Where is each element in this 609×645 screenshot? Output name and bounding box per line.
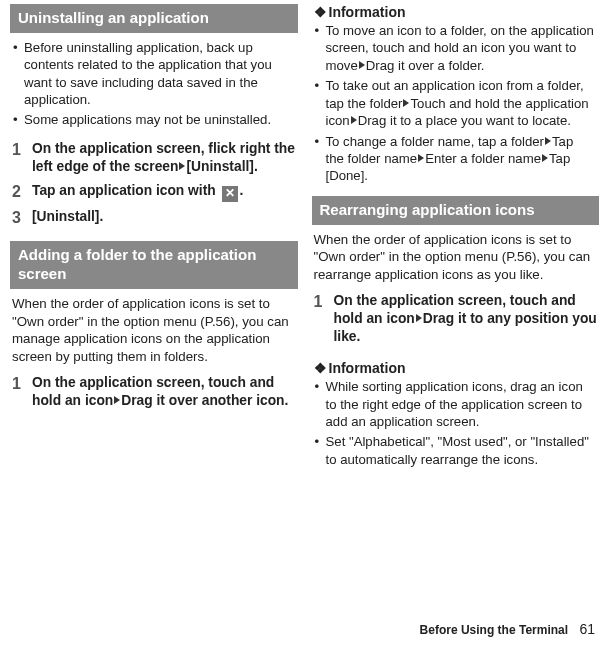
step-item: 3 [Uninstall]. <box>12 208 296 227</box>
right-column: Information To move an icon to a folder,… <box>312 4 600 479</box>
information-heading: Information <box>312 4 600 20</box>
information-list: To move an icon to a folder, on the appl… <box>312 22 600 188</box>
list-item: While sorting application icons, drag an… <box>314 378 596 430</box>
arrow-right-icon <box>114 396 120 404</box>
arrow-right-icon <box>351 116 357 124</box>
arrow-right-icon <box>418 154 424 162</box>
step-item: 1 On the application screen, flick right… <box>12 140 296 176</box>
list-item: To change a folder name, tap a folderTap… <box>314 133 596 185</box>
step-text: [Uninstall]. <box>32 208 296 226</box>
adding-folder-steps: 1 On the application screen, touch and h… <box>10 374 298 416</box>
step-text: Tap an application icon with ✕. <box>32 182 296 202</box>
step-item: 1 On the application screen, touch and h… <box>314 292 598 347</box>
arrow-right-icon <box>179 162 185 170</box>
information-list: While sorting application icons, drag an… <box>312 378 600 471</box>
list-item: To move an icon to a folder, on the appl… <box>314 22 596 74</box>
footer-section-label: Before Using the Terminal <box>420 623 568 637</box>
left-column: Uninstalling an application Before unins… <box>10 4 298 479</box>
info-text-part: Drag it to a place you want to locate. <box>358 113 571 128</box>
arrow-right-icon <box>545 137 551 145</box>
step-number: 1 <box>12 374 32 393</box>
info-text-part: Drag it over a folder. <box>366 58 485 73</box>
arrow-right-icon <box>403 99 409 107</box>
step-number: 1 <box>12 140 32 159</box>
information-heading: Information <box>312 360 600 376</box>
step-number: 2 <box>12 182 32 201</box>
adding-folder-paragraph: When the order of application icons is s… <box>10 295 298 366</box>
section-rearranging-header: Rearranging application icons <box>312 196 600 225</box>
step-text: On the application screen, touch and hol… <box>32 374 296 410</box>
step-text: On the application screen, touch and hol… <box>334 292 598 347</box>
uninstall-notes: Before uninstalling application, back up… <box>10 39 298 132</box>
step-item: 2 Tap an application icon with ✕. <box>12 182 296 202</box>
uninstall-steps: 1 On the application screen, flick right… <box>10 140 298 234</box>
list-item: Some applications may not be uninstalled… <box>12 111 294 128</box>
step-item: 1 On the application screen, touch and h… <box>12 374 296 410</box>
step-text-part: Tap an application icon with <box>32 183 220 198</box>
info-text-part: Enter a folder name <box>425 151 541 166</box>
step-text-part: [Uninstall]. <box>186 159 257 174</box>
step-text-part: . <box>240 183 244 198</box>
arrow-right-icon <box>359 61 365 69</box>
section-adding-folder-header: Adding a folder to the application scree… <box>10 241 298 289</box>
list-item: To take out an application icon from a f… <box>314 77 596 129</box>
step-number: 1 <box>314 292 334 311</box>
arrow-right-icon <box>416 314 422 322</box>
list-item: Set "Alphabetical", "Most used", or "Ins… <box>314 433 596 468</box>
list-item: Before uninstalling application, back up… <box>12 39 294 109</box>
step-number: 3 <box>12 208 32 227</box>
rearranging-paragraph: When the order of application icons is s… <box>312 231 600 284</box>
page-footer: Before Using the Terminal 61 <box>420 621 595 637</box>
info-text-part: To change a folder name, tap a folder <box>326 134 544 149</box>
arrow-right-icon <box>542 154 548 162</box>
rearranging-steps: 1 On the application screen, touch and h… <box>312 292 600 353</box>
uninstall-x-icon: ✕ <box>222 186 238 202</box>
step-text-part: Drag it over another icon. <box>121 393 288 408</box>
section-uninstalling-header: Uninstalling an application <box>10 4 298 33</box>
step-text: On the application screen, flick right t… <box>32 140 296 176</box>
footer-page-number: 61 <box>579 621 595 637</box>
